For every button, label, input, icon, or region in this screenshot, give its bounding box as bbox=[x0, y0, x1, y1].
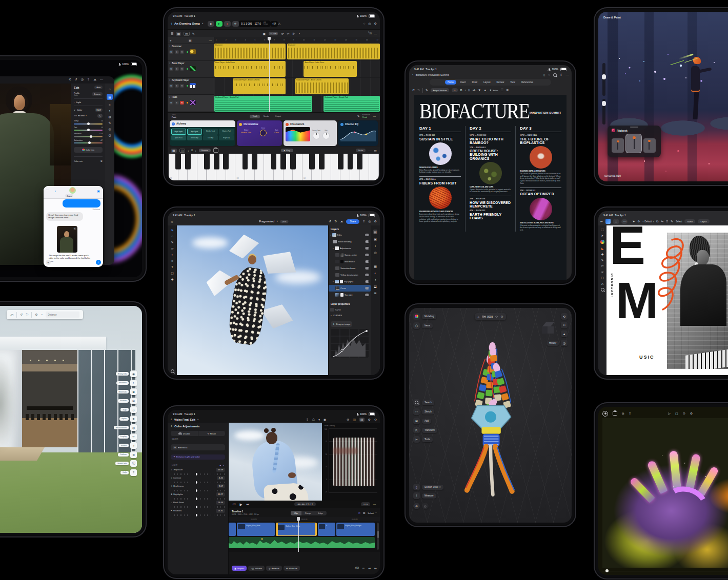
outliner-button[interactable]: Outliner≣ bbox=[114, 451, 137, 458]
shadows-button[interactable]: Shadows◐ bbox=[114, 380, 137, 386]
add-attachment-button[interactable]: + bbox=[46, 260, 51, 265]
region-keys-2[interactable]: Keyboard Player - Block Chords bbox=[295, 78, 348, 94]
black-key[interactable] bbox=[185, 154, 191, 169]
automation-pen-icon[interactable]: ✎ bbox=[357, 115, 360, 118]
move-tool-icon[interactable]: ➤ bbox=[601, 234, 603, 237]
camera-icon[interactable]: ⊙ bbox=[683, 412, 685, 415]
zoom-tool-icon[interactable] bbox=[601, 288, 604, 292]
orange-scribble[interactable] bbox=[636, 235, 698, 317]
select-menu[interactable]: Select bbox=[368, 512, 374, 514]
visibility-eye-icon[interactable] bbox=[365, 274, 369, 277]
chromaglow-style-value[interactable]: Clean bbox=[274, 132, 279, 134]
masking-icon[interactable]: ◐ bbox=[109, 109, 111, 112]
eyedropper-button[interactable]: ✎ bbox=[97, 114, 103, 118]
minimize-icon[interactable]: ⊖ bbox=[374, 418, 377, 421]
plugin-chromaverb[interactable]: ChromaVerb Decay Time Wet bbox=[284, 120, 337, 146]
visibility-icon[interactable]: ◎ bbox=[422, 503, 429, 509]
hide-browser-icon[interactable]: ⊘ bbox=[347, 418, 349, 421]
sketch-icon[interactable]: ◠ bbox=[413, 408, 420, 415]
solo-button[interactable]: S bbox=[175, 67, 179, 71]
auto-button[interactable]: Auto bbox=[94, 86, 103, 89]
tab-review[interactable]: Review bbox=[494, 80, 507, 85]
select-tool-icon[interactable]: ⬚ bbox=[601, 228, 604, 231]
slider-knob[interactable] bbox=[602, 74, 606, 79]
overwrite-icon[interactable]: ⧉ bbox=[363, 511, 365, 514]
wet-knob[interactable] bbox=[322, 132, 330, 139]
items-icon[interactable]: ⬡ bbox=[413, 322, 420, 329]
brightness-slider[interactable]: ✳Brightness9.07 bbox=[171, 484, 225, 491]
tracks-view-icon[interactable]: ☰ bbox=[171, 32, 173, 35]
crop-tool-icon[interactable]: ⌗ bbox=[171, 259, 173, 262]
editor-icon[interactable]: ✦ bbox=[489, 89, 492, 92]
styles-button[interactable]: Styles❖ bbox=[114, 416, 137, 422]
brush-tool-icon[interactable]: ✎ bbox=[171, 241, 173, 244]
visibility-eye-icon[interactable] bbox=[365, 294, 369, 297]
add-icon[interactable]: ⊞ bbox=[413, 418, 420, 424]
wb-value[interactable]: As shot bbox=[78, 115, 85, 117]
back-chevron-icon[interactable]: ‹ bbox=[171, 418, 172, 422]
key-transpose-badge[interactable]: +54 bbox=[270, 21, 278, 27]
visibility-eye-icon[interactable] bbox=[365, 280, 369, 283]
brush-icon[interactable]: ✎ bbox=[108, 121, 111, 125]
black-key[interactable] bbox=[175, 154, 181, 169]
black-key[interactable] bbox=[348, 154, 353, 169]
mute-button[interactable]: M bbox=[169, 101, 173, 105]
alchemy-preset[interactable]: Epic Synth bbox=[187, 129, 203, 135]
record-enable-button[interactable]: R bbox=[180, 84, 184, 88]
share-icon[interactable]: ⇧ bbox=[560, 73, 562, 76]
undo-icon[interactable]: ↺ bbox=[329, 220, 331, 223]
layer-row-sweat-poster[interactable]: Sweat…oster bbox=[329, 252, 371, 258]
track-header-keyboard[interactable]: 3Keyboard Player M S R bbox=[168, 77, 214, 94]
octave-down-icon[interactable]: ‹ bbox=[188, 149, 189, 152]
versions-icon[interactable]: ◷ bbox=[108, 134, 111, 137]
solo-button[interactable]: S bbox=[175, 50, 179, 54]
home-icon[interactable]: ⌂ bbox=[478, 315, 480, 318]
mute-button[interactable]: M bbox=[169, 84, 173, 88]
viewer-layout-icon[interactable]: ◫ bbox=[353, 418, 356, 421]
clip-skyline-background[interactable]: Skyline_Blue_Backgro bbox=[336, 523, 375, 536]
highlight-color-icon[interactable]: ▼ bbox=[478, 89, 481, 92]
mode-range[interactable]: Range bbox=[301, 511, 315, 515]
cycle-range-icon[interactable]: ◌ bbox=[363, 22, 366, 25]
lectronic-vertical[interactable]: LECTRONIC bbox=[611, 273, 614, 298]
robotic-hand-model[interactable] bbox=[432, 339, 550, 508]
clone-tool-icon[interactable]: ◐ bbox=[171, 253, 173, 256]
black-key[interactable] bbox=[214, 154, 219, 169]
contact-name[interactable]: Joyce bbox=[65, 194, 73, 197]
kb-more-icon[interactable]: ⋯ bbox=[368, 149, 371, 152]
select-menu[interactable]: Select bbox=[676, 220, 682, 223]
import-media-icon[interactable]: ⎙ bbox=[312, 418, 315, 421]
contrast-slider[interactable]: ◑Contrast4.41 bbox=[171, 476, 225, 483]
orbit-icon[interactable]: ⟲ bbox=[561, 313, 568, 320]
region-keys-1[interactable]: Keyboard Player - Broken Chords bbox=[233, 78, 286, 94]
trim-left-icon[interactable]: ⇥ bbox=[368, 567, 371, 570]
region-bass-1[interactable]: Bass Player - Indie Disco bbox=[214, 61, 286, 77]
viewer-more-icon[interactable]: ⋯ bbox=[373, 503, 376, 506]
adjustment-icon[interactable]: ◑ bbox=[374, 278, 376, 281]
layer-row-edits[interactable]: ▾Edits bbox=[329, 232, 371, 238]
tab-view[interactable]: View bbox=[508, 80, 518, 85]
eyedropper-tool-icon[interactable]: ◆ bbox=[171, 278, 174, 281]
zoom-badge[interactable]: 26% bbox=[280, 220, 288, 223]
region-drummer-1[interactable]: Drummer bbox=[214, 44, 286, 59]
undo-icon[interactable]: ↺ bbox=[75, 78, 77, 81]
piano-keyboard[interactable]: C2 C3 C4 bbox=[169, 154, 379, 180]
doc-name[interactable]: Fragmented bbox=[259, 220, 275, 223]
volume-button[interactable]: ◁))Volume bbox=[248, 566, 265, 571]
notifications-icon[interactable]: ◔ bbox=[41, 313, 43, 316]
document-page[interactable]: BIOFACTURE INNOVATION SUMMIT DAY 1 3PM —… bbox=[414, 95, 567, 280]
share-icon[interactable]: ⤺ bbox=[10, 313, 13, 316]
underline-button[interactable]: U bbox=[468, 89, 470, 92]
share-icon[interactable]: ⇧ bbox=[87, 78, 90, 81]
lasso-tool-icon[interactable]: ◌ bbox=[171, 235, 173, 238]
plugin-channel-eq[interactable]: Channel EQ bbox=[338, 120, 378, 146]
format-painter-icon[interactable]: ✎ bbox=[426, 89, 428, 92]
mode-clip[interactable]: Clip bbox=[291, 511, 301, 515]
isolate-icon[interactable]: ⊘ bbox=[413, 503, 420, 509]
color-tool-icon[interactable] bbox=[600, 240, 604, 244]
black-key[interactable] bbox=[271, 154, 277, 169]
keyboard-split-icon[interactable]: ◫ bbox=[179, 149, 186, 153]
frame-icon[interactable]: ▢ bbox=[675, 412, 678, 415]
change-case-button[interactable]: aA bbox=[473, 89, 476, 92]
project-title[interactable]: Video Final Edit bbox=[174, 418, 195, 421]
